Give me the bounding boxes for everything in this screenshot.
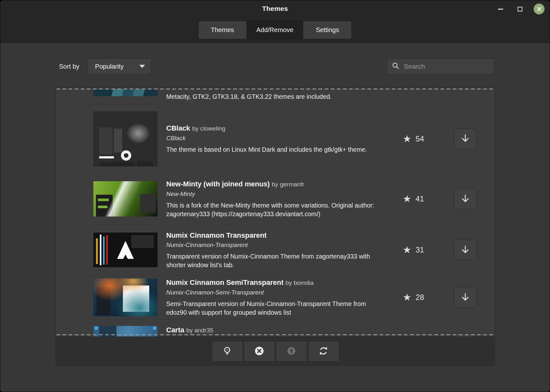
minimize-icon <box>498 9 503 10</box>
controls-row: Sort by Popularity <box>56 58 494 74</box>
theme-name: Numix Cinnamon Transparent <box>166 231 267 239</box>
search-box[interactable] <box>387 58 494 74</box>
search-input[interactable] <box>404 63 491 70</box>
scroll-edge-dashed-top <box>56 89 494 89</box>
theme-id: Numix-Cinnamon-Semi-Transparent <box>166 288 398 297</box>
tab-bar: Themes Add/Remove Settings <box>0 21 550 39</box>
theme-author: by germanfr <box>272 181 304 188</box>
maximize-icon <box>518 7 522 12</box>
star-icon: ★ <box>403 245 411 255</box>
download-button[interactable] <box>454 240 477 260</box>
close-button[interactable] <box>534 4 545 14</box>
theme-name: CBlack <box>166 124 190 132</box>
update-button[interactable] <box>276 341 307 362</box>
close-icon <box>534 4 545 14</box>
theme-list-item[interactable]: CBlack by cloweling CBlack The theme is … <box>56 104 495 173</box>
star-icon: ★ <box>403 293 411 302</box>
themes-window: Themes Themes Add/Remove Settings <box>0 0 550 392</box>
lightbulb-icon <box>222 346 232 357</box>
download-button[interactable] <box>454 287 477 308</box>
theme-list-item[interactable]: New-Minty (with joined menus) by germanf… <box>56 173 495 224</box>
theme-name: Numix Cinnamon SemiTransparent <box>166 278 284 286</box>
star-icon: ★ <box>403 194 411 204</box>
star-count: 41 <box>416 194 424 203</box>
sort-group: Sort by Popularity <box>59 58 151 74</box>
download-arrow-icon <box>461 194 470 204</box>
scroll-edge-dashed-bottom <box>56 334 494 335</box>
refresh-button[interactable] <box>308 341 339 362</box>
new-minty-thumbnail <box>93 181 158 217</box>
sort-dropdown[interactable]: Popularity <box>88 58 151 74</box>
star-count: 54 <box>416 134 424 143</box>
bottom-toolbar <box>56 337 495 366</box>
update-badge-icon <box>286 345 297 357</box>
themes-list-frame: Metacity, GTK2, GTK3.18, & GTK3.22 theme… <box>56 87 495 366</box>
theme-name: Carta <box>166 326 184 334</box>
theme-list-item-partial-bottom[interactable]: Carta by andr35 <box>56 319 495 337</box>
remove-circle-icon <box>254 345 265 357</box>
tab-group: Themes Add/Remove Settings <box>198 21 352 39</box>
download-arrow-icon <box>461 245 470 255</box>
numix-cinnamon-semitransparent-thumbnail <box>93 278 158 316</box>
toolbar-button-group <box>212 341 339 362</box>
download-arrow-icon <box>461 133 470 144</box>
theme-thumbnail <box>93 89 158 96</box>
theme-description: Semi-Transparent version of Numix-Cinnam… <box>166 300 378 317</box>
theme-author: by andr35 <box>186 327 213 334</box>
rating: ★ 41 <box>403 194 448 204</box>
theme-id: CBlack <box>166 134 398 142</box>
theme-description: Metacity, GTK2, GTK3.18, & GTK3.22 theme… <box>166 93 420 100</box>
star-count: 31 <box>416 245 424 254</box>
theme-id: Numix-Cinnamon-Transparent <box>166 241 398 249</box>
numix-cinnamon-transparent-thumbnail <box>93 233 158 267</box>
window-controls <box>495 0 545 18</box>
theme-description: This is a fork of the New-Minty theme wi… <box>166 201 391 218</box>
theme-name: New-Minty (with joined menus) <box>166 180 270 188</box>
theme-list-item[interactable]: Numix Cinnamon SemiTransparent by bomdia… <box>56 275 495 319</box>
theme-author: by cloweling <box>192 125 226 132</box>
minimize-button[interactable] <box>495 4 506 14</box>
arch-logo <box>117 241 134 259</box>
window-title: Themes <box>0 5 550 13</box>
maximize-button[interactable] <box>514 4 525 14</box>
download-arrow-icon <box>461 292 470 303</box>
download-button[interactable] <box>454 129 477 149</box>
chevron-down-icon <box>139 65 145 68</box>
tab-add-remove[interactable]: Add/Remove <box>247 21 304 39</box>
cblack-thumbnail <box>93 111 158 166</box>
rating: ★ 28 <box>403 293 448 302</box>
sort-dropdown-value: Popularity <box>95 63 124 70</box>
header-bar: Themes Themes Add/Remove Settings <box>0 0 550 43</box>
themes-scroll-area[interactable]: Metacity, GTK2, GTK3.18, & GTK3.22 theme… <box>56 88 495 337</box>
download-button[interactable] <box>454 189 477 209</box>
theme-description: Transparent version of Numix-Cinnamon Th… <box>166 252 378 269</box>
tab-themes[interactable]: Themes <box>199 21 247 39</box>
refresh-icon <box>318 345 329 357</box>
rating: ★ 54 <box>403 134 448 144</box>
info-lightbulb-button[interactable] <box>212 341 243 362</box>
theme-id: New-Minty <box>166 190 398 198</box>
titlebar: Themes <box>0 0 550 18</box>
star-count: 28 <box>416 293 424 302</box>
remove-button[interactable] <box>244 341 275 362</box>
theme-description: The theme is based on Linux Mint Dark an… <box>166 145 378 154</box>
theme-list-item[interactable]: Numix Cinnamon Transparent Numix-Cinnamo… <box>56 224 495 275</box>
sort-by-label: Sort by <box>59 63 79 70</box>
search-icon <box>391 62 400 71</box>
star-icon: ★ <box>403 134 411 144</box>
tab-settings[interactable]: Settings <box>303 21 351 39</box>
theme-list-item-partial-top[interactable]: Metacity, GTK2, GTK3.18, & GTK3.22 theme… <box>56 88 495 104</box>
theme-author: by bomdia <box>286 279 314 286</box>
rating: ★ 31 <box>403 245 448 255</box>
